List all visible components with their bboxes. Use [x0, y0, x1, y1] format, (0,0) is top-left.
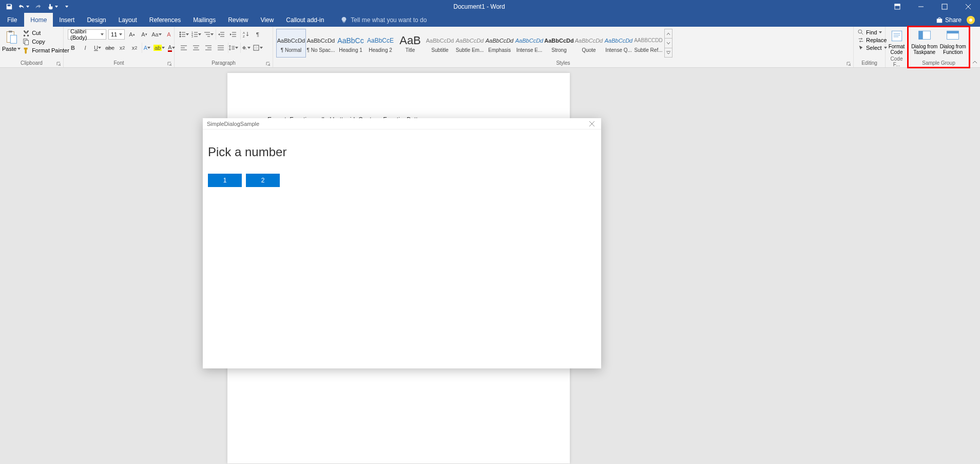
borders-button[interactable] — [253, 43, 263, 53]
touch-mode-button[interactable] — [46, 2, 59, 12]
multilevel-list-button[interactable] — [203, 29, 214, 40]
strikethrough-button[interactable]: abc — [105, 43, 115, 53]
shrink-font-button[interactable]: A▾ — [139, 29, 149, 40]
dialog-button-1[interactable]: 1 — [208, 174, 242, 187]
tab-callout-addin[interactable]: Callout add-in — [280, 13, 330, 27]
minimize-button[interactable] — [909, 0, 933, 13]
italic-button[interactable]: I — [80, 43, 90, 53]
dialog: SimpleDialogSample Pick a number 1 2 — [203, 118, 601, 368]
find-button[interactable]: Find — [858, 29, 887, 35]
align-center-button[interactable] — [191, 43, 201, 53]
tell-me[interactable]: Tell me what you want to do — [330, 13, 427, 27]
tab-view[interactable]: View — [255, 13, 280, 27]
tab-references[interactable]: References — [143, 13, 187, 27]
style-preview: AaBbCc — [337, 34, 363, 47]
styles-launcher[interactable] — [846, 60, 852, 66]
ribbon-display-options[interactable] — [886, 0, 909, 13]
style-preview: AaBbCcE — [367, 34, 394, 47]
tab-insert[interactable]: Insert — [53, 13, 81, 27]
style-preview: AaBbCcDd — [486, 34, 513, 47]
style-item-2[interactable]: AaBbCcHeading 1 — [336, 29, 366, 58]
styles-gallery[interactable]: AaBbCcDd¶ NormalAaBbCcDd¶ No Spac...AaBb… — [275, 28, 674, 59]
font-launcher[interactable] — [167, 60, 173, 66]
change-case-button[interactable]: Aa — [151, 29, 162, 40]
tab-review[interactable]: Review — [222, 13, 254, 27]
titlebar: Document1 - Word — [0, 0, 980, 13]
style-item-5[interactable]: AaBbCcDdSubtitle — [425, 29, 455, 58]
font-size-select[interactable]: 11 — [108, 29, 125, 40]
tab-layout[interactable]: Layout — [112, 13, 143, 27]
style-item-1[interactable]: AaBbCcDd¶ No Spac... — [306, 29, 336, 58]
style-name: Subtle Em... — [455, 47, 484, 53]
style-item-4[interactable]: AaBTitle — [395, 29, 425, 58]
styles-more[interactable] — [665, 48, 672, 57]
group-styles: AaBbCcDd¶ NormalAaBbCcDd¶ No Spac...AaBb… — [273, 27, 854, 67]
style-name: Title — [396, 47, 425, 53]
dialog-titlebar[interactable]: SimpleDialogSample — [203, 118, 601, 129]
justify-button[interactable] — [216, 43, 226, 53]
superscript-button[interactable]: x2 — [129, 43, 140, 53]
format-code-button[interactable]: Format Code — [888, 28, 906, 55]
highlight-button[interactable]: ab — [154, 43, 164, 53]
text-effects-button[interactable]: A — [142, 43, 152, 53]
sort-button[interactable]: AZ — [240, 29, 251, 40]
paragraph-launcher[interactable] — [265, 60, 272, 66]
tab-mailings[interactable]: Mailings — [187, 13, 222, 27]
styles-down[interactable] — [665, 39, 672, 48]
style-item-10[interactable]: AaBbCcDdQuote — [574, 29, 604, 58]
feedback-icon[interactable]: ☻ — [967, 16, 975, 24]
svg-text:Z: Z — [243, 35, 245, 38]
close-button[interactable] — [956, 0, 980, 13]
style-item-6[interactable]: AaBbCcDdSubtle Em... — [455, 29, 485, 58]
format-painter-button[interactable]: Format Painter — [23, 47, 69, 54]
style-item-3[interactable]: AaBbCcEHeading 2 — [366, 29, 395, 58]
replace-button[interactable]: Replace — [858, 37, 887, 43]
style-item-9[interactable]: AaBbCcDdStrong — [544, 29, 574, 58]
select-button[interactable]: Select — [858, 45, 887, 51]
redo-button[interactable] — [32, 2, 44, 12]
numbering-button[interactable]: 123 — [191, 29, 201, 40]
styles-up[interactable] — [665, 29, 672, 39]
underline-button[interactable]: U — [92, 43, 103, 53]
shading-button[interactable] — [240, 43, 251, 53]
save-button[interactable] — [3, 2, 15, 12]
copy-button[interactable]: Copy — [23, 38, 69, 45]
show-marks-button[interactable]: ¶ — [253, 29, 263, 40]
tab-design[interactable]: Design — [81, 13, 112, 27]
qat-customize[interactable] — [61, 2, 73, 12]
align-right-button[interactable] — [203, 43, 214, 53]
style-name: ¶ No Spac... — [306, 47, 335, 53]
style-item-8[interactable]: AaBbCcDdIntense E... — [514, 29, 544, 58]
bold-button[interactable]: B — [68, 43, 78, 53]
style-item-12[interactable]: AABBCCDDSubtle Ref... — [633, 29, 663, 58]
style-item-11[interactable]: AaBbCcDdIntense Q... — [604, 29, 633, 58]
dialog-from-taskpane-button[interactable]: Dialog from Taskpane — [910, 28, 939, 55]
line-spacing-button[interactable] — [228, 43, 238, 53]
dialog-button-2[interactable]: 2 — [246, 174, 280, 187]
quick-access-toolbar — [0, 2, 73, 12]
paste-button[interactable]: Paste — [2, 28, 21, 52]
font-name-select[interactable]: Calibri (Body) — [68, 29, 106, 40]
style-name: Subtle Ref... — [634, 47, 663, 53]
svg-rect-60 — [918, 31, 923, 39]
tab-home[interactable]: Home — [24, 13, 53, 27]
dialog-close-button[interactable] — [587, 119, 597, 129]
undo-button[interactable] — [17, 2, 30, 12]
increase-indent-button[interactable] — [228, 29, 238, 40]
maximize-button[interactable] — [933, 0, 956, 13]
bullets-button[interactable] — [179, 29, 189, 40]
scissors-icon — [23, 29, 30, 36]
clipboard-launcher[interactable] — [56, 60, 62, 66]
share-button[interactable]: Share — [936, 16, 962, 24]
subscript-button[interactable]: x2 — [117, 43, 127, 53]
decrease-indent-button[interactable] — [216, 29, 226, 40]
style-item-7[interactable]: AaBbCcDdEmphasis — [485, 29, 514, 58]
tab-file[interactable]: File — [0, 13, 24, 27]
style-item-0[interactable]: AaBbCcDd¶ Normal — [276, 29, 306, 58]
grow-font-button[interactable]: A▴ — [127, 29, 137, 40]
collapse-ribbon-button[interactable] — [970, 27, 980, 67]
dialog-from-function-button[interactable]: Dialog from Function — [939, 28, 968, 55]
cut-button[interactable]: Cut — [23, 29, 69, 36]
clear-formatting-button[interactable]: A — [164, 29, 174, 40]
align-left-button[interactable] — [179, 43, 189, 53]
